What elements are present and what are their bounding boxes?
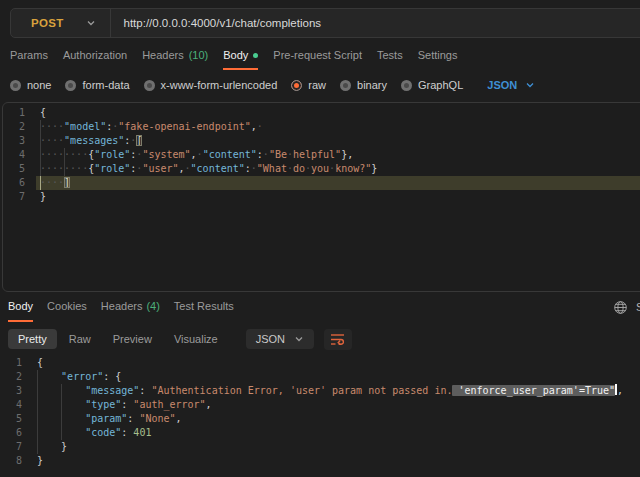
- line-number: 4: [3, 148, 25, 162]
- code-line[interactable]: 7}: [3, 190, 640, 204]
- chevron-down-icon: [86, 18, 96, 28]
- indent-guide: [37, 440, 38, 454]
- code-line[interactable]: 2····"model":·"fake-openai-endpoint",·: [3, 120, 640, 134]
- tab-body[interactable]: Body: [223, 44, 258, 70]
- radio-graphql[interactable]: GraphQL: [401, 79, 463, 91]
- line-number: 8: [0, 454, 22, 468]
- token: "content": [203, 149, 257, 160]
- radio-x-www-form-urlencoded[interactable]: x-www-form-urlencoded: [144, 79, 278, 91]
- body-modified-dot-icon: [253, 53, 258, 58]
- code-line[interactable]: 5········{"role":·"user",·"content":·"Wh…: [3, 162, 640, 176]
- radio-binary[interactable]: binary: [340, 79, 387, 91]
- response-tab-body[interactable]: Body: [8, 292, 33, 322]
- token: [37, 371, 61, 382]
- tab-settings[interactable]: Settings: [418, 44, 458, 70]
- token: }: [40, 191, 46, 202]
- token: "What: [257, 163, 287, 174]
- pretty-button[interactable]: Pretty: [8, 329, 57, 349]
- code-line[interactable]: 5 "param": "None",: [0, 412, 640, 426]
- radio-icon: [65, 80, 76, 91]
- wrap-lines-icon[interactable]: [324, 329, 352, 350]
- request-url-row: POST http://0.0.0.0:4000/v1/chat/complet…: [0, 0, 640, 44]
- token: "user": [142, 163, 178, 174]
- token: "param": [85, 413, 127, 424]
- token: [: [136, 135, 142, 146]
- token: ,: [617, 385, 623, 396]
- code-line[interactable]: 3 "message": "Authentication Error, 'use…: [0, 384, 640, 398]
- radio-icon: [144, 80, 155, 91]
- token: }: [61, 441, 67, 452]
- code-line[interactable]: 1{: [0, 356, 640, 370]
- code-line[interactable]: 7 }: [0, 440, 640, 454]
- token: ····: [40, 135, 64, 146]
- token: ]: [64, 177, 70, 188]
- token: ·: [257, 121, 263, 132]
- tab-tests[interactable]: Tests: [377, 44, 403, 70]
- code-line[interactable]: 2 "error": {: [0, 370, 640, 384]
- token: know?": [335, 163, 371, 174]
- token: ,: [206, 399, 212, 410]
- method-dropdown[interactable]: POST: [11, 17, 110, 29]
- raw-button[interactable]: Raw: [59, 329, 101, 349]
- code-line[interactable]: 8}: [0, 454, 640, 468]
- token: "None": [139, 413, 175, 424]
- method-label: POST: [31, 17, 64, 29]
- line-number: 3: [3, 134, 25, 148]
- code-line[interactable]: 4········{"role":·"system",·"content":·"…: [3, 148, 640, 162]
- token: helpful": [293, 149, 341, 160]
- token: "auth_error": [133, 399, 205, 410]
- indent-guide: [40, 176, 41, 190]
- token: }: [371, 163, 377, 174]
- code-line[interactable]: 6 "code": 401: [0, 426, 640, 440]
- token: "error": [61, 371, 103, 382]
- line-number: 3: [0, 384, 22, 398]
- line-number: 6: [0, 426, 22, 440]
- code-line[interactable]: 3····"messages":·[: [3, 134, 640, 148]
- token: "messages": [64, 135, 124, 146]
- token: "code": [85, 427, 121, 438]
- globe-icon[interactable]: [613, 300, 628, 315]
- request-format-dropdown[interactable]: JSON: [487, 79, 535, 91]
- request-url-bar: POST http://0.0.0.0:4000/v1/chat/complet…: [10, 8, 640, 38]
- code-line[interactable]: 6····]: [3, 176, 640, 190]
- url-input[interactable]: http://0.0.0.0:4000/v1/chat/completions: [111, 17, 322, 29]
- preview-button[interactable]: Preview: [103, 329, 162, 349]
- body-type-row: none form-data x-www-form-urlencoded raw…: [0, 70, 640, 100]
- request-body-editor[interactable]: 1{2····"model":·"fake-openai-endpoint",·…: [2, 102, 640, 292]
- tab-authorization[interactable]: Authorization: [63, 44, 127, 70]
- response-headers-count-badge: (4): [146, 300, 159, 312]
- radio-raw[interactable]: raw: [291, 79, 326, 91]
- radio-icon: [401, 80, 412, 91]
- token: "type": [85, 399, 121, 410]
- token: {: [115, 371, 121, 382]
- indent-guide: [61, 412, 62, 426]
- indent-guide: [40, 162, 41, 176]
- radio-icon: [340, 80, 351, 91]
- line-number: 2: [0, 370, 22, 384]
- response-tab-cookies[interactable]: Cookies: [47, 292, 87, 322]
- token: "system": [142, 149, 190, 160]
- code-line[interactable]: 4 "type": "auth_error",: [0, 398, 640, 412]
- indent-guide: [37, 398, 38, 412]
- token: {: [37, 357, 43, 368]
- line-number: 6: [3, 176, 25, 190]
- tab-headers[interactable]: Headers(10): [142, 44, 208, 70]
- response-format-dropdown[interactable]: JSON: [246, 329, 314, 349]
- radio-form-data[interactable]: form-data: [65, 79, 129, 91]
- visualize-button[interactable]: Visualize: [164, 329, 228, 349]
- token: }: [37, 455, 43, 466]
- token: "message": [85, 385, 139, 396]
- tab-prerequest-script[interactable]: Pre-request Script: [273, 44, 362, 70]
- response-body-editor[interactable]: 1{2 "error": {3 "message": "Authenticati…: [0, 356, 640, 468]
- response-tab-headers[interactable]: Headers(4): [101, 292, 160, 322]
- radio-none[interactable]: none: [10, 79, 51, 91]
- response-tab-test-results[interactable]: Test Results: [174, 292, 234, 322]
- headers-count-badge: (10): [189, 49, 209, 61]
- token: "fake-openai-endpoint": [118, 121, 250, 132]
- indent-guide: [37, 384, 38, 398]
- indent-guide: [37, 426, 38, 440]
- code-line[interactable]: 1{: [3, 106, 640, 120]
- response-tabs: Body Cookies Headers(4) Test Results S: [0, 292, 640, 322]
- tab-params[interactable]: Params: [10, 44, 48, 70]
- indent-guide: [61, 384, 62, 398]
